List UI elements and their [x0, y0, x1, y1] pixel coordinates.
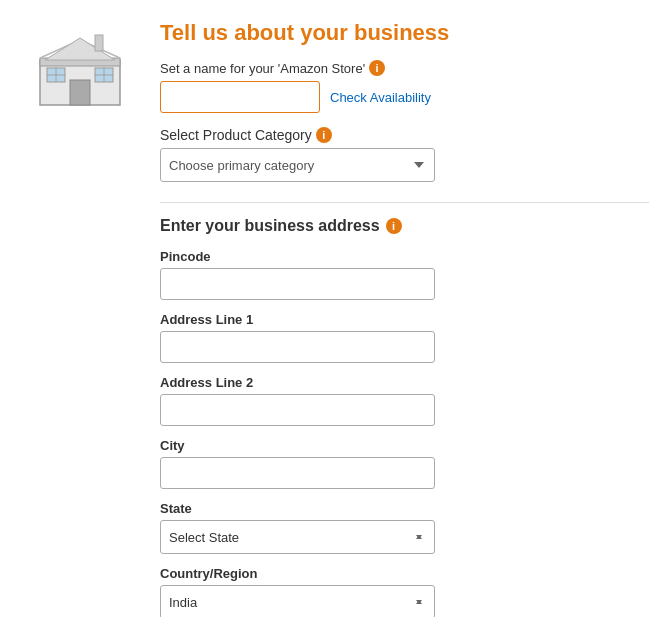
page-title: Tell us about your business [160, 20, 649, 46]
store-icon-panel [20, 20, 140, 617]
store-name-info-icon[interactable]: i [369, 60, 385, 76]
category-label: Select Product Category [160, 127, 312, 143]
category-label-row: Select Product Category i [160, 127, 649, 143]
pincode-group: Pincode [160, 249, 649, 300]
state-select[interactable]: Select State [160, 520, 435, 554]
check-availability-link[interactable]: Check Availability [330, 90, 431, 105]
city-group: City [160, 438, 649, 489]
product-category-section: Select Product Category i Choose primary… [160, 127, 649, 182]
state-label: State [160, 501, 649, 516]
address1-group: Address Line 1 [160, 312, 649, 363]
store-name-label: Set a name for your 'Amazon Store' i [160, 60, 649, 76]
country-group: Country/Region India [160, 566, 649, 617]
address2-label: Address Line 2 [160, 375, 649, 390]
category-info-icon[interactable]: i [316, 127, 332, 143]
svg-rect-5 [70, 80, 90, 105]
svg-marker-4 [45, 38, 115, 60]
country-select[interactable]: India [160, 585, 435, 617]
business-address-title: Enter your business address i [160, 217, 649, 235]
store-name-row: Check Availability [160, 81, 649, 113]
city-label: City [160, 438, 649, 453]
city-input[interactable] [160, 457, 435, 489]
section-divider [160, 202, 649, 203]
address2-group: Address Line 2 [160, 375, 649, 426]
address1-label: Address Line 1 [160, 312, 649, 327]
country-label: Country/Region [160, 566, 649, 581]
category-select[interactable]: Choose primary category [160, 148, 435, 182]
state-group: State Select State [160, 501, 649, 554]
store-name-input[interactable] [160, 81, 320, 113]
pincode-input[interactable] [160, 268, 435, 300]
address1-input[interactable] [160, 331, 435, 363]
pincode-label: Pincode [160, 249, 649, 264]
store-icon [35, 30, 125, 110]
form-panel: Tell us about your business Set a name f… [160, 20, 649, 617]
address2-input[interactable] [160, 394, 435, 426]
svg-rect-12 [95, 35, 103, 51]
address-info-icon[interactable]: i [386, 218, 402, 234]
